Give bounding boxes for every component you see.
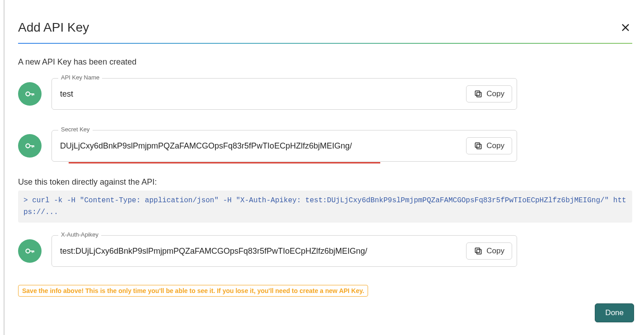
copy-label: Copy bbox=[486, 141, 504, 150]
curl-code-block: > curl -k -H "Content-Type: application/… bbox=[18, 191, 632, 223]
add-api-key-dialog: Add API Key A new API Key has been creat… bbox=[18, 20, 632, 297]
svg-point-2 bbox=[26, 92, 30, 96]
svg-point-14 bbox=[26, 249, 30, 253]
svg-rect-13 bbox=[476, 143, 480, 147]
dialog-left-border bbox=[4, 0, 5, 335]
x-auth-apikey-value: test:DUjLjCxy6dBnkP9slPmjpmPQZaFAMCGOpsF… bbox=[60, 247, 509, 256]
copy-x-auth-apikey-button[interactable]: Copy bbox=[466, 242, 512, 260]
key-badge bbox=[18, 82, 42, 106]
close-button[interactable] bbox=[619, 21, 632, 34]
copy-label: Copy bbox=[486, 89, 504, 98]
svg-rect-19 bbox=[476, 248, 480, 253]
curl-command: > curl -k -H "Content-Type: application/… bbox=[23, 196, 626, 216]
secret-key-field: Secret Key DUjLjCxy6dBnkP9slPmjpmPQZaFAM… bbox=[51, 130, 517, 162]
dialog-header: Add API Key bbox=[18, 20, 632, 43]
copy-secret-key-button[interactable]: Copy bbox=[466, 137, 512, 154]
header-divider bbox=[18, 43, 632, 44]
x-auth-apikey-row: X-Auth-Apikey test:DUjLjCxy6dBnkP9slPmjp… bbox=[18, 235, 517, 267]
secret-key-underline bbox=[69, 162, 380, 163]
key-icon bbox=[24, 88, 36, 100]
svg-rect-12 bbox=[477, 144, 481, 149]
svg-rect-18 bbox=[477, 250, 481, 254]
copy-icon bbox=[474, 247, 483, 256]
secret-key-row: Secret Key DUjLjCxy6dBnkP9slPmjpmPQZaFAM… bbox=[18, 130, 517, 162]
copy-icon bbox=[474, 89, 483, 98]
api-key-name-label: API Key Name bbox=[58, 74, 102, 81]
copy-label: Copy bbox=[486, 247, 504, 256]
svg-rect-6 bbox=[477, 93, 481, 97]
key-badge bbox=[18, 239, 42, 263]
close-icon bbox=[621, 23, 630, 33]
done-button[interactable]: Done bbox=[595, 303, 634, 322]
key-icon bbox=[24, 245, 36, 257]
copy-api-key-name-button[interactable]: Copy bbox=[466, 85, 512, 102]
key-icon bbox=[24, 140, 36, 152]
api-key-name-value: test bbox=[60, 89, 509, 99]
key-badge bbox=[18, 134, 42, 158]
api-key-name-row: API Key Name test Copy bbox=[18, 78, 517, 110]
x-auth-apikey-label: X-Auth-Apikey bbox=[58, 231, 101, 238]
token-instruction: Use this token directly against the API: bbox=[18, 177, 632, 187]
save-warning: Save the info above! This is the only ti… bbox=[18, 285, 368, 297]
x-auth-apikey-field: X-Auth-Apikey test:DUjLjCxy6dBnkP9slPmjp… bbox=[51, 235, 517, 267]
created-subtitle: A new API Key has been created bbox=[18, 57, 632, 67]
svg-point-8 bbox=[26, 144, 30, 148]
copy-icon bbox=[474, 141, 483, 150]
dialog-title: Add API Key bbox=[18, 20, 89, 35]
secret-key-label: Secret Key bbox=[58, 126, 93, 133]
secret-key-value: DUjLjCxy6dBnkP9slPmjpmPQZaFAMCGOpsFq83r5… bbox=[60, 141, 509, 151]
api-key-name-field: API Key Name test Copy bbox=[51, 78, 517, 110]
svg-rect-7 bbox=[476, 91, 480, 95]
